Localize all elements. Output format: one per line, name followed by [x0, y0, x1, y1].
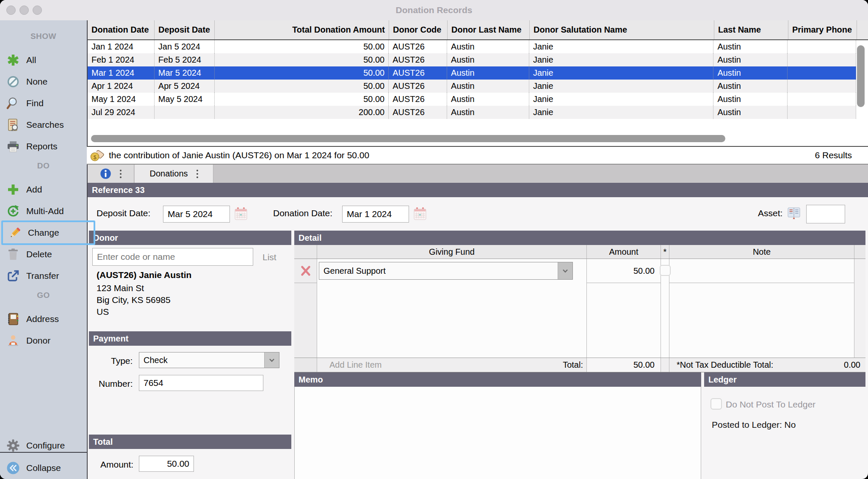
- table-cell: Austin: [447, 106, 529, 119]
- tab-menu-icon[interactable]: [120, 170, 122, 178]
- column-header-donor-code[interactable]: Donor Code: [389, 20, 448, 39]
- not-tax-deductible-checkbox[interactable]: [660, 265, 671, 276]
- table-row[interactable]: Jan 1 2024Jan 5 202450.00AUST26AustinJan…: [88, 40, 856, 53]
- asset-book-icon[interactable]: [787, 206, 801, 220]
- column-header-deposit-date[interactable]: Deposit Date: [155, 20, 215, 39]
- column-header-label: Donor Salutation Name: [534, 20, 627, 39]
- table-row-selected[interactable]: Mar 1 2024Mar 5 202450.00AUST26AustinJan…: [88, 66, 856, 80]
- table-cell: [788, 66, 856, 80]
- do-not-post-checkbox[interactable]: [710, 398, 722, 410]
- table-cell: Austin: [713, 53, 788, 66]
- sidebar-item-add[interactable]: Add: [0, 179, 87, 200]
- table-cell: Janie: [529, 40, 714, 53]
- window-title: Donation Records: [0, 0, 868, 20]
- horizontal-scrollbar-thumb[interactable]: [91, 135, 725, 142]
- table-cell: Austin: [713, 40, 788, 53]
- delete-line-item-icon[interactable]: [299, 264, 312, 277]
- svg-text:$: $: [93, 154, 97, 160]
- sidebar-item-all[interactable]: All: [0, 50, 87, 71]
- sidebar-item-searches[interactable]: Searches: [0, 114, 87, 135]
- table-cell: Austin: [447, 93, 529, 106]
- deposit-date-input[interactable]: [163, 206, 230, 223]
- zoom-window-button[interactable]: [33, 6, 42, 15]
- sidebar-item-multi-add[interactable]: Multi-Add: [0, 201, 87, 222]
- payment-type-value: Check: [144, 352, 168, 368]
- table-cell: AUST26: [389, 106, 447, 119]
- giving-fund-select[interactable]: General Support: [319, 262, 573, 280]
- table-row[interactable]: Apr 1 2024Apr 5 202450.00AUST26AustinJan…: [88, 80, 856, 93]
- table-cell: [155, 106, 215, 119]
- sidebar-item-collapse[interactable]: Collapse: [0, 457, 87, 479]
- chevron-down-icon[interactable]: [264, 352, 279, 368]
- add-line-item-button[interactable]: Add Line Item: [329, 358, 381, 372]
- deposit-calendar-icon[interactable]: [234, 206, 248, 221]
- donor-name: (AUST26) Janie Austin: [97, 270, 191, 280]
- total-amount-input[interactable]: [139, 456, 194, 472]
- table-row[interactable]: May 1 2024May 5 202450.00AUST26AustinJan…: [88, 93, 856, 106]
- payment-number-input[interactable]: [139, 375, 263, 391]
- detail-delete-column: [294, 259, 317, 358]
- donor-list-button[interactable]: List: [263, 252, 276, 262]
- memo-textarea[interactable]: [294, 387, 701, 479]
- detail-giving-fund-header: Giving Fund: [317, 245, 587, 259]
- sidebar-item-label: Find: [26, 98, 44, 108]
- sidebar-item-none[interactable]: None: [0, 71, 87, 92]
- trash-icon: [6, 248, 20, 261]
- column-header-primary-phone[interactable]: Primary Phone: [788, 20, 857, 39]
- table-cell: Austin: [713, 66, 788, 80]
- table-cell: AUST26: [389, 66, 447, 80]
- sidebar-item-address[interactable]: Address: [0, 308, 87, 330]
- table-row[interactable]: Jul 29 2024200.00AUST26AustinJanieAustin: [88, 106, 856, 119]
- donation-records-window: Donation Records SHOWAllNoneFindSearches…: [0, 0, 868, 479]
- column-header-total-donation-amount[interactable]: Total Donation Amount: [215, 20, 389, 39]
- tab-donations[interactable]: Donations: [135, 165, 213, 183]
- column-header-last-name[interactable]: Last Name: [714, 20, 788, 39]
- memo-section-header: Memo: [294, 372, 701, 387]
- column-header-donor-last-name[interactable]: Donor Last Name: [448, 20, 530, 39]
- sidebar: SHOWAllNoneFindSearchesReportsDOAddMulti…: [0, 20, 88, 479]
- tab-info[interactable]: [88, 165, 134, 183]
- column-header-label: Total Donation Amount: [292, 20, 385, 39]
- reference-header: Reference 33: [88, 183, 868, 197]
- donation-date-input[interactable]: [342, 206, 409, 223]
- column-header-label: Donor Code: [393, 20, 441, 39]
- status-text: the contribution of Janie Austin (AUST26…: [109, 150, 369, 160]
- sidebar-item-reports[interactable]: Reports: [0, 136, 87, 157]
- close-window-button[interactable]: [6, 6, 16, 15]
- sidebar-section-header: GO: [0, 287, 87, 304]
- sidebar-item-change[interactable]: Change: [1, 220, 95, 245]
- column-header-label: Donation Date: [91, 20, 149, 39]
- table-cell: [788, 40, 856, 53]
- sidebar-item-label: None: [26, 77, 47, 87]
- chevron-down-icon[interactable]: [558, 262, 572, 279]
- donor-search-input[interactable]: [92, 248, 253, 266]
- vertical-scrollbar-thumb[interactable]: [857, 45, 865, 107]
- detail-note-header: Note: [669, 245, 854, 259]
- sidebar-item-delete[interactable]: Delete: [0, 244, 87, 265]
- sidebar-item-find[interactable]: Find: [0, 93, 87, 114]
- minimize-window-button[interactable]: [19, 6, 29, 15]
- table-cell: May 1 2024: [88, 93, 155, 106]
- column-header-donor-salutation-name[interactable]: Donor Salutation Name: [530, 20, 714, 39]
- table-row[interactable]: Feb 1 2024Feb 5 202450.00AUST26AustinJan…: [88, 53, 856, 66]
- sidebar-item-transfer[interactable]: Transfer: [0, 265, 87, 286]
- sidebar-item-configure[interactable]: Configure: [0, 435, 87, 456]
- donation-calendar-icon[interactable]: [413, 206, 427, 221]
- detail-scroll-strip: [854, 259, 865, 358]
- sidebar-divider: [0, 452, 87, 453]
- payment-type-select[interactable]: Check: [139, 352, 279, 368]
- tab-menu-icon[interactable]: [196, 170, 198, 178]
- column-header-donation-date[interactable]: Donation Date: [88, 20, 155, 39]
- detail-ntd-flag-header: *: [661, 245, 669, 259]
- detail-giving-fund-column: General Support: [317, 259, 587, 358]
- line-item-amount[interactable]: 50.00: [587, 259, 661, 283]
- asset-input[interactable]: [806, 205, 845, 223]
- line-item-note[interactable]: [669, 259, 854, 283]
- table-cell: Austin: [447, 66, 529, 80]
- do-not-post-label: Do Not Post To Ledger: [726, 399, 815, 410]
- table-cell: Feb 1 2024: [88, 53, 155, 66]
- total-amount-label: Amount:: [100, 460, 133, 470]
- donor-address-line: 123 Main St: [97, 283, 144, 293]
- sidebar-item-donor[interactable]: Donor: [0, 330, 87, 351]
- sidebar-item-label: Donor: [26, 336, 50, 346]
